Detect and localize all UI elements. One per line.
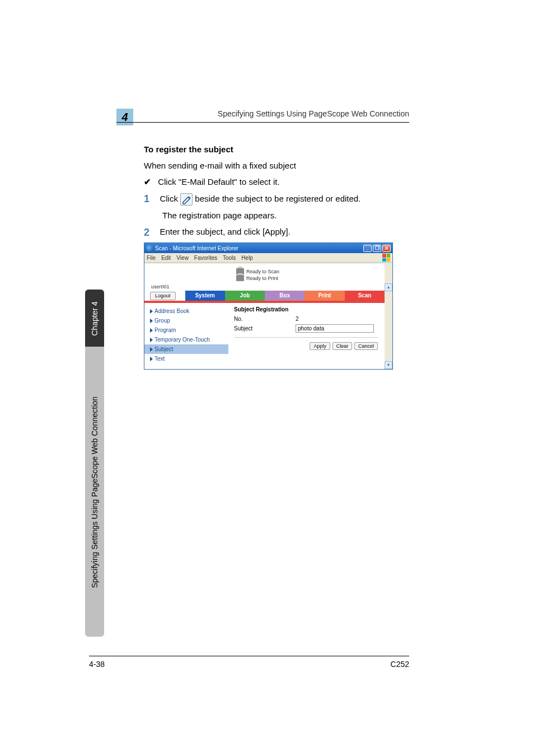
nav-label: Program (154, 327, 176, 333)
step-1-sub: The registration page appears. (162, 211, 277, 220)
nav-label: Temporary One-Touch (154, 337, 210, 343)
page-header: Ready to Scan Ready to Print user001 (144, 263, 385, 291)
no-value: 2 (296, 316, 299, 322)
step-body: Click beside the subject to be registere… (160, 193, 411, 206)
nav-group[interactable]: Group (144, 316, 228, 325)
menu-edit[interactable]: Edit (161, 255, 171, 261)
user-label: user001 (151, 284, 170, 290)
nav-address-book[interactable]: Address Book (144, 306, 228, 316)
bullet-text: Click "E-Mail Default" to select it. (158, 177, 279, 186)
menu-help[interactable]: Help (241, 255, 253, 261)
triangle-icon (150, 328, 153, 333)
nav-program[interactable]: Program (144, 325, 228, 335)
triangle-icon (150, 309, 153, 314)
browser-window: Scan - Microsoft Internet Explorer _ ❐ X… (144, 242, 393, 370)
side-tab-title: Specifying Settings Using PageScope Web … (85, 347, 104, 637)
nav-label: Address Book (154, 308, 189, 314)
step-number: 2 (144, 227, 157, 239)
prerequisite-bullet: ✔ Click "E-Mail Default" to select it. (144, 177, 280, 187)
chapter-number-box: 4 (116, 109, 133, 125)
scrollbar-up[interactable]: ▴ (385, 283, 392, 291)
menu-tools[interactable]: Tools (223, 255, 236, 261)
tab-scan[interactable]: Scan (345, 291, 385, 301)
page-number: 4-38 (89, 660, 105, 669)
status-scan: Ready to Scan (246, 269, 279, 274)
status-print: Ready to Print (246, 276, 278, 281)
menu-file[interactable]: File (147, 255, 156, 261)
check-icon: ✔ (144, 177, 151, 187)
nav-label: Text (154, 356, 165, 362)
tab-system[interactable]: System (185, 291, 225, 301)
subject-label: Subject (234, 325, 296, 332)
header-rule (116, 122, 409, 123)
top-tabs: Logout System Job Box Print Scan (144, 291, 385, 301)
close-button[interactable]: X (382, 245, 391, 252)
tab-job[interactable]: Job (225, 291, 265, 301)
nav-subject[interactable]: Subject (144, 344, 228, 354)
tab-box[interactable]: Box (265, 291, 305, 301)
subject-input[interactable] (296, 324, 374, 333)
side-tab: Chapter 4 Specifying Settings Using Page… (85, 290, 104, 637)
triangle-icon (150, 319, 153, 323)
menu-view[interactable]: View (176, 255, 189, 261)
running-head: Specifying Settings Using PageScope Web … (218, 109, 409, 118)
tab-print[interactable]: Print (305, 291, 344, 301)
triangle-icon (150, 357, 153, 361)
printer-icon (236, 275, 244, 281)
panel-title: Subject Registration (234, 306, 378, 312)
footer-rule (89, 656, 409, 656)
model-number: C252 (391, 660, 409, 669)
step-body: Enter the subject, and click [Apply]. (160, 227, 411, 236)
apply-button[interactable]: Apply (310, 342, 330, 350)
nav-temporary-one-touch[interactable]: Temporary One-Touch (144, 335, 228, 344)
side-tab-chapter-label: Chapter 4 (90, 299, 99, 338)
no-label: No. (234, 316, 296, 322)
side-tab-title-label: Specifying Settings Using PageScope Web … (90, 361, 99, 624)
step-1-pre: Click (160, 194, 180, 203)
window-titlebar: Scan - Microsoft Internet Explorer _ ❐ X (144, 243, 392, 253)
triangle-icon (150, 338, 153, 342)
step-number: 1 (144, 193, 157, 205)
ie-icon (146, 245, 153, 251)
panel-divider (234, 337, 378, 338)
step-1: 1 Click beside the subject to be registe… (144, 193, 411, 206)
clear-button[interactable]: Clear (332, 342, 353, 350)
minimize-button[interactable]: _ (363, 245, 372, 252)
nav-label: Subject (154, 346, 173, 352)
side-tab-chapter: Chapter 4 (85, 290, 104, 347)
cancel-button[interactable]: Cancel (354, 342, 378, 350)
triangle-icon (150, 347, 153, 352)
menu-favorites[interactable]: Favorites (194, 255, 217, 261)
maximize-button[interactable]: ❐ (373, 245, 381, 252)
section-title: To register the subject (144, 144, 233, 154)
main-panel: Subject Registration No. 2 Subject Apply… (228, 303, 385, 367)
windows-logo-icon (382, 254, 390, 262)
nav-label: Group (154, 318, 170, 324)
logout-button[interactable]: Logout (150, 292, 176, 300)
intro-text: When sending e-mail with a fixed subject (144, 161, 296, 170)
edit-icon (180, 193, 193, 206)
window-title: Scan - Microsoft Internet Explorer (155, 245, 238, 251)
side-nav: Address Book Group Program Temporary One… (144, 303, 228, 367)
menubar: File Edit View Favorites Tools Help (144, 253, 392, 263)
step-1-post: beside the subject to be registered or e… (195, 194, 360, 203)
step-2: 2 Enter the subject, and click [Apply]. (144, 227, 411, 239)
nav-text[interactable]: Text (144, 354, 228, 363)
scrollbar-down[interactable]: ▾ (385, 361, 392, 369)
